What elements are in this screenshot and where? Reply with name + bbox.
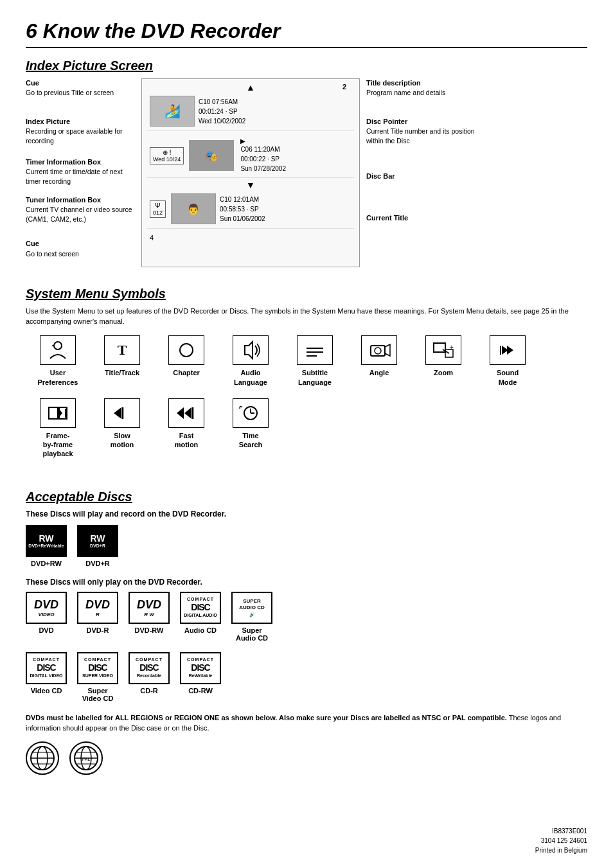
symbol-box-angle [361, 335, 397, 365]
svg-marker-21 [114, 407, 121, 419]
index-section: Index Picture Screen Cue Go to previous … [26, 58, 587, 267]
disc-item-dvdrw: DVD R W DVD-RW [129, 592, 170, 642]
subtitle-lang-icon [303, 339, 327, 361]
disc-badge-audiocd: COMPACT DISC DIGITAL AUDIO [180, 592, 221, 624]
symbol-user-prefs: UserPreferences [26, 335, 90, 387]
symbol-box-sound-mode [490, 335, 526, 365]
symbol-label-time-search: TimeSearch [239, 431, 263, 450]
disc-label-dvdplusr: DVD+R [85, 560, 110, 567]
symbols-grid: UserPreferences T Title/Track Chapter [26, 335, 587, 470]
label-disc-pointer: Disc Pointer Current Title number and it… [366, 117, 475, 146]
disc-label-cdrw: CD-RW [188, 687, 213, 695]
discs-section: Acceptable Discs These Discs will play a… [26, 490, 587, 775]
symbol-box-slow-motion [104, 398, 140, 428]
disc-label-vcd: Video CD [31, 687, 62, 695]
symbols-section-title: System Menu Symbols [26, 287, 587, 301]
label-title-desc-title: Title description [366, 78, 475, 88]
label-cue-top-desc: Go to previous Title or screen [26, 88, 135, 98]
disc-item-cdrw: COMPACT DISC ReWritable CD-RW [180, 652, 221, 702]
symbol-label-chapter: Chapter [173, 368, 200, 377]
region-badge-2: PAL [69, 741, 103, 775]
symbol-title-track: T Title/Track [90, 335, 154, 387]
symbol-label-angle: Angle [369, 368, 389, 377]
symbol-box-fast-motion [168, 398, 204, 428]
label-index-title: Index Picture [26, 117, 135, 127]
symbol-label-zoom: Zoom [434, 368, 453, 377]
slow-motion-icon [110, 402, 134, 424]
symbol-label-fast-motion: Fastmotion [175, 431, 199, 450]
footer-code1: IB8373E001 [535, 826, 587, 836]
record-disc-group: RW DVD+ReWritable DVD+RW RW DVD+R DVD+R [26, 525, 587, 567]
svg-marker-19 [60, 410, 62, 416]
symbol-label-sound-mode: SoundMode [497, 368, 519, 387]
disc-label-sacd: SuperAudio CD [236, 626, 268, 642]
title-track-icon: T [110, 339, 134, 361]
label-disc-pointer-title: Disc Pointer [366, 117, 475, 127]
disc-item-dvd: DVD VIDEO DVD [26, 592, 67, 642]
page-title: 6 Know the DVD Recorder [26, 19, 587, 48]
disc-badge-sacd: SUPER AUDIO CD 🔊 [231, 592, 272, 624]
play-disc-group-2: COMPACT DISC DIGITAL VIDEO Video CD COMP… [26, 652, 587, 702]
disc-label-cdr: CD-R [140, 687, 158, 695]
play-disc-group-1: DVD VIDEO DVD DVD R DVD-R DVD R W DVD-RW… [26, 592, 587, 642]
timer-box: ⊕ ! Wed 10/24 [150, 147, 184, 164]
label-cue-bottom-desc: Go to next screen [26, 249, 135, 259]
time-search-icon [238, 402, 263, 424]
disc-badge-svcd: COMPACT DISC SUPER VIDEO [77, 652, 118, 684]
symbol-box-title-track: T [104, 335, 140, 365]
disc-badge-cdrw: COMPACT DISC ReWritable [180, 652, 221, 684]
symbol-label-user-prefs: UserPreferences [38, 368, 78, 387]
symbol-angle: Angle [347, 335, 411, 387]
svg-point-3 [180, 344, 193, 357]
label-title-desc-desc: Program name and details [366, 88, 475, 98]
symbol-slow-motion: Slowmotion [90, 398, 154, 459]
screen-area: 2 ▲ 🏄 C10 07:56AM 00:01:24 · SP Wed 10/0… [141, 78, 360, 267]
index-section-title: Index Picture Screen [26, 58, 587, 73]
label-tuner-title: Tuner Information Box [26, 195, 135, 205]
svg-text:PAL: PAL [82, 757, 91, 761]
symbol-label-title-track: Title/Track [105, 368, 139, 377]
label-cue-top: Cue Go to previous Title or screen [26, 78, 135, 98]
index-diagram: Cue Go to previous Title or screen Index… [26, 78, 587, 267]
audio-lang-icon [238, 339, 263, 361]
svg-marker-23 [177, 407, 184, 419]
svg-marker-24 [184, 407, 191, 419]
chapter-icon [174, 339, 199, 361]
svg-marker-4 [245, 342, 253, 359]
svg-marker-15 [507, 346, 513, 355]
disc-item-dvdplusr: RW DVD+R DVD+R [77, 525, 118, 567]
disc-badge-dvdplusrw: RW DVD+ReWritable [26, 525, 67, 557]
disc-label-dvd: DVD [39, 626, 53, 634]
symbol-label-subtitle-lang: SubtitleLanguage [298, 368, 332, 387]
symbol-time-search: TimeSearch [218, 398, 283, 459]
symbol-box-subtitle-lang [297, 335, 333, 365]
label-title-desc: Title description Program name and detai… [366, 78, 475, 98]
disc-item-audiocd: COMPACT DISC DIGITAL AUDIO Audio CD [180, 592, 221, 642]
thumb-1: 🏄 [150, 96, 195, 127]
label-disc-pointer-desc: Current Title number and its position wi… [366, 127, 475, 145]
label-current-title-title: Current Title [366, 213, 475, 223]
region-globe-2-icon: PAL [72, 744, 100, 772]
record-discs-desc: These Discs will play and record on the … [26, 509, 587, 518]
disc-label-svcd: SuperVideo CD [82, 687, 114, 702]
svg-point-0 [54, 342, 62, 350]
disc-item-svcd: COMPACT DISC SUPER VIDEO SuperVideo CD [77, 652, 118, 702]
symbol-fast-motion: Fastmotion [154, 398, 218, 459]
footer-code2: 3104 125 24601 [535, 836, 587, 846]
arrow-up: ▲ [147, 83, 354, 92]
label-cue-bottom: Cue Go to next screen [26, 239, 135, 258]
symbol-label-audio-lang: AudioLanguage [234, 368, 267, 387]
region-globe-1-icon [28, 744, 57, 772]
screen-row-2: ⊕ ! Wed 10/24 🎭 ▶ C06 11:20AM 00:00:22 ·… [147, 134, 354, 178]
region-badges: PAL [26, 741, 587, 775]
disc-item-dvdr: DVD R DVD-R [77, 592, 118, 642]
disc-badge-vcd: COMPACT DISC DIGITAL VIDEO [26, 652, 67, 684]
label-index-picture: Index Picture Recording or space availab… [26, 117, 135, 146]
angle-icon [367, 339, 391, 361]
label-disc-bar: Disc Bar [366, 172, 475, 181]
thumb-2: 🎭 [189, 140, 234, 171]
meta-1: C10 07:56AM 00:01:24 · SP Wed 10/02/2002 [199, 97, 245, 126]
disc-badge-dvd: DVD VIDEO [26, 592, 67, 624]
symbol-label-slow-motion: Slowmotion [111, 431, 134, 450]
symbols-section: System Menu Symbols Use the System Menu … [26, 287, 587, 470]
